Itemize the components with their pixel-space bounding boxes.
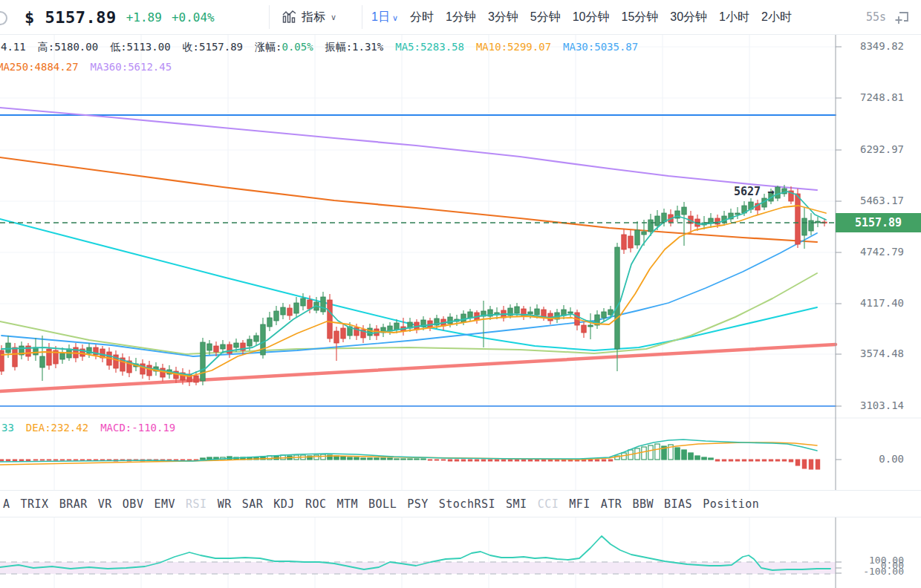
tab-position[interactable]: Position xyxy=(703,497,759,511)
timeframe-2[interactable]: 1分钟 xyxy=(446,10,476,25)
timeframe-7[interactable]: 30分钟 xyxy=(670,10,707,25)
axis-label: 8349.82 xyxy=(836,40,921,52)
price-change: +1.89 xyxy=(126,10,162,24)
axis-label: 4117.40 xyxy=(836,297,921,309)
timeframe-3[interactable]: 3分钟 xyxy=(488,10,518,25)
tab-psy[interactable]: PSY xyxy=(407,497,429,511)
tab-bbw[interactable]: BBW xyxy=(632,497,654,511)
chevron-down-icon: ∨ xyxy=(331,13,336,22)
tab-obv[interactable]: OBV xyxy=(123,497,144,511)
tab-mtm[interactable]: MTM xyxy=(336,497,358,511)
tab-kdj[interactable]: KDJ xyxy=(273,497,295,511)
axis-label: 3103.14 xyxy=(836,399,921,411)
axis-label: 0.00 xyxy=(836,453,921,465)
axis-label: 5463.17 xyxy=(836,195,921,206)
candle-countdown: 55s xyxy=(866,10,886,24)
tab-a[interactable]: A xyxy=(3,497,10,511)
tab-cci[interactable]: CCI xyxy=(538,497,559,511)
macdrow-token-1: DEA:232.42 xyxy=(26,422,88,434)
topbar-right: 55s xyxy=(866,0,911,34)
info1-token-5: 0.05% xyxy=(281,41,313,53)
tab-vr[interactable]: VR xyxy=(98,497,112,511)
timeframe-8[interactable]: 1小时 xyxy=(719,10,749,25)
tab-roc[interactable]: ROC xyxy=(305,497,327,511)
axis-label: 4742.79 xyxy=(836,246,921,258)
timeframe-0[interactable]: 1日∨ xyxy=(371,10,398,25)
tab-stochrsi[interactable]: StochRSI xyxy=(439,497,495,511)
tab-bias[interactable]: BIAS xyxy=(664,497,692,511)
current-price-tag: 5157.89 xyxy=(836,213,921,232)
info1-token-9: MA30:5035.87 xyxy=(563,41,638,53)
trading-terminal: $ 5157.89 +1.89 +0.04% 指标 ∨ 1日∨分时1分钟3分钟5… xyxy=(0,0,921,588)
axis-label: -100.00 xyxy=(836,566,921,577)
clipped-icon xyxy=(0,11,7,25)
timeframe-5[interactable]: 10分钟 xyxy=(573,10,610,25)
screenshot-icon[interactable] xyxy=(895,10,911,25)
indicator-label: 指标 xyxy=(302,10,325,25)
price-group: $ 5157.89 +1.89 +0.04% xyxy=(25,0,215,34)
tab-rsi[interactable]: RSI xyxy=(186,497,207,511)
tab-atr[interactable]: ATR xyxy=(601,497,622,511)
info1-token-8: MA10:5299.07 xyxy=(476,41,551,53)
macdrow-token-0: 33 xyxy=(1,422,14,434)
chevron-down-icon: ∨ xyxy=(392,13,398,22)
macdrow-token-2: MACD:-110.19 xyxy=(100,422,175,434)
info1-token-4: 涨幅: xyxy=(255,41,281,54)
timeframe-6[interactable]: 15分钟 xyxy=(621,10,658,25)
ma-info-row: MA250:4884.27MA360:5612.45 xyxy=(0,61,183,73)
tab-trix[interactable]: TRIX xyxy=(21,497,49,511)
divider xyxy=(362,5,362,29)
macd-info-row: 33DEA:232.42MACD:-110.19 xyxy=(1,422,187,434)
info1-token-0: 4.11 xyxy=(1,41,26,53)
info1-token-3: 收:5157.89 xyxy=(183,41,243,54)
tab-brar[interactable]: BRAR xyxy=(59,497,88,511)
topbar: $ 5157.89 +1.89 +0.04% 指标 ∨ 1日∨分时1分钟3分钟5… xyxy=(0,0,921,35)
indicator-chart-icon xyxy=(282,10,296,24)
tab-smi[interactable]: SMI xyxy=(506,497,527,511)
indicator-menu-button[interactable]: 指标 ∨ xyxy=(282,0,336,34)
timeframe-1[interactable]: 分时 xyxy=(410,10,434,25)
divider xyxy=(269,5,270,29)
indicator-tabs: ATRIXBRARVROBVEMVRSIWRSARKDJROCMTMBOLLPS… xyxy=(0,490,921,517)
price-change-pct: +0.04% xyxy=(172,10,215,24)
axis-label: 3574.48 xyxy=(836,347,921,359)
info1-token-1: 高:5180.00 xyxy=(38,41,98,54)
tab-mfi[interactable]: MFI xyxy=(569,497,590,511)
tab-emv[interactable]: EMV xyxy=(154,497,175,511)
info2-token-1: MA360:5612.45 xyxy=(91,61,172,73)
axis-label: 6292.97 xyxy=(836,143,921,155)
info1-token-7: MA5:5283.58 xyxy=(395,41,464,53)
symbol-price: $ 5157.89 xyxy=(25,8,117,27)
price-annotation: 5627 → xyxy=(734,185,774,198)
timeframe-bar: 1日∨分时1分钟3分钟5分钟10分钟15分钟30分钟1小时2小时 xyxy=(371,0,792,34)
timeframe-4[interactable]: 5分钟 xyxy=(530,10,561,25)
timeframe-9[interactable]: 2小时 xyxy=(761,10,792,25)
info2-token-0: MA250:4884.27 xyxy=(0,61,79,73)
tab-wr[interactable]: WR xyxy=(218,497,232,511)
info1-token-6: 振幅:1.31% xyxy=(325,41,384,54)
axis-label: 7248.81 xyxy=(836,91,921,103)
ohlc-info-row: 4.11高:5180.00低:5113.00收:5157.89涨幅:0.05%振… xyxy=(1,41,650,54)
tab-boll[interactable]: BOLL xyxy=(368,497,397,511)
tab-sar[interactable]: SAR xyxy=(242,497,264,511)
info1-token-2: 低:5113.00 xyxy=(110,41,170,54)
